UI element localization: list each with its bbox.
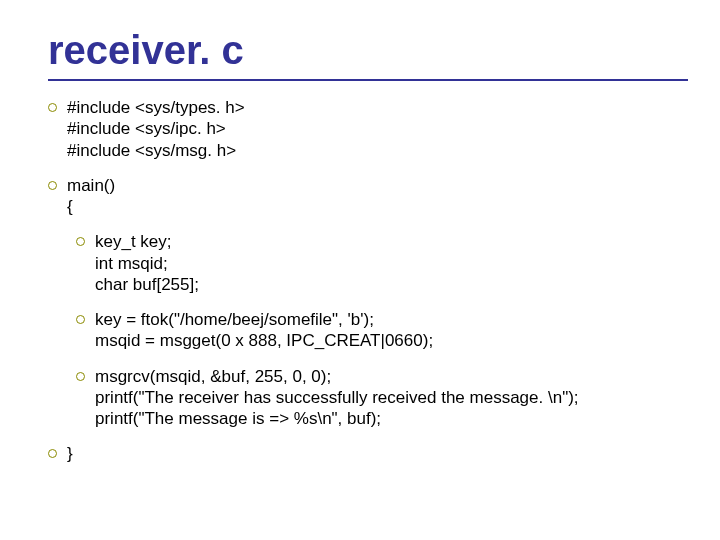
bullet-icon bbox=[48, 181, 57, 190]
code-group-recv: msgrcv(msqid, &buf, 255, 0, 0); printf("… bbox=[48, 366, 680, 430]
bullet-icon bbox=[76, 237, 85, 246]
slide-title: receiver. c bbox=[48, 28, 680, 73]
code-decls: key_t key; int msqid; char buf[255]; bbox=[95, 231, 199, 295]
code-recv: msgrcv(msqid, &buf, 255, 0, 0); printf("… bbox=[95, 366, 579, 430]
code-main-open: main() { bbox=[67, 175, 115, 218]
code-group-decls: key_t key; int msqid; char buf[255]; bbox=[48, 231, 680, 295]
bullet-icon bbox=[76, 315, 85, 324]
bullet-icon bbox=[48, 449, 57, 458]
code-setup: key = ftok("/home/beej/somefile", 'b'); … bbox=[95, 309, 433, 352]
code-includes: #include <sys/types. h> #include <sys/ip… bbox=[67, 97, 245, 161]
code-group-includes: #include <sys/types. h> #include <sys/ip… bbox=[48, 97, 680, 161]
title-underline bbox=[48, 79, 688, 81]
slide: receiver. c #include <sys/types. h> #inc… bbox=[0, 0, 720, 540]
bullet-icon bbox=[48, 103, 57, 112]
code-group-main-open: main() { bbox=[48, 175, 680, 218]
bullet-icon bbox=[76, 372, 85, 381]
code-group-close: } bbox=[48, 443, 680, 464]
code-group-setup: key = ftok("/home/beej/somefile", 'b'); … bbox=[48, 309, 680, 352]
code-close: } bbox=[67, 443, 73, 464]
